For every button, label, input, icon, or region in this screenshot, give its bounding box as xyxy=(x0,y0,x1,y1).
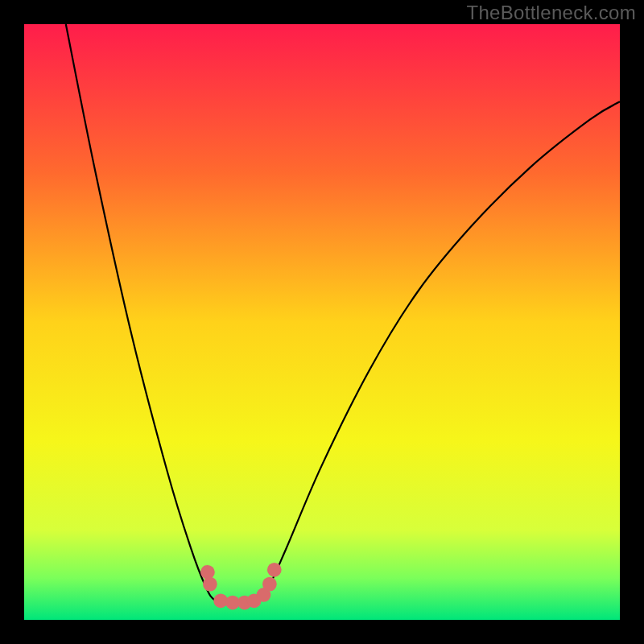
chart-frame: TheBottleneck.com xyxy=(0,0,644,644)
plot-background xyxy=(24,24,620,620)
marker-point xyxy=(267,563,282,577)
marker-point xyxy=(200,565,215,580)
marker-point xyxy=(262,577,277,592)
watermark-text: TheBottleneck.com xyxy=(466,2,636,24)
bottleneck-chart xyxy=(0,0,644,644)
marker-point xyxy=(203,577,217,592)
